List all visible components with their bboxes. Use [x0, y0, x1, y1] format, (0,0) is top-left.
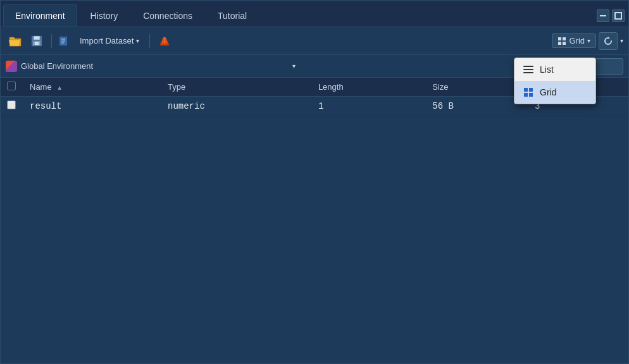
refresh-button[interactable] — [599, 32, 618, 50]
svg-rect-3 — [34, 36, 40, 40]
minimize-button[interactable] — [597, 9, 609, 22]
filter-input[interactable] — [592, 58, 623, 75]
dropdown-list-label: List — [540, 64, 554, 75]
row-checkbox-cell[interactable] — [1, 97, 23, 116]
svg-rect-13 — [563, 37, 566, 40]
clear-button[interactable] — [155, 32, 174, 50]
dropdown-grid-label: Grid — [540, 87, 556, 97]
toolbar: Import Dataset ▾ Grid ▾ — [1, 27, 628, 55]
separator-1 — [51, 34, 52, 48]
view-dropdown-menu: List Grid — [514, 58, 596, 104]
svg-rect-23 — [524, 93, 528, 97]
svg-rect-1 — [615, 13, 621, 19]
col-header-size[interactable]: Size — [426, 78, 528, 97]
col-header-checkbox[interactable] — [1, 78, 23, 97]
col-header-name[interactable]: Name ▲ — [23, 78, 161, 97]
col-header-type[interactable]: Type — [161, 78, 312, 97]
sort-icon: ▲ — [56, 84, 63, 91]
grid-chevron-icon: ▾ — [587, 37, 590, 44]
svg-rect-5 — [35, 42, 39, 45]
tab-tutorial[interactable]: Tutorial — [206, 4, 259, 27]
svg-rect-14 — [558, 42, 561, 45]
window-controls — [597, 4, 628, 27]
svg-rect-24 — [529, 93, 533, 97]
list-icon — [522, 63, 535, 76]
env-chevron-icon: ▾ — [292, 63, 296, 70]
separator-2 — [149, 34, 150, 48]
dropdown-list-item[interactable]: List — [514, 58, 595, 81]
grid-icon — [522, 86, 535, 99]
environment-icon — [6, 61, 17, 72]
row-name: result — [23, 97, 161, 116]
row-checkbox[interactable] — [7, 100, 16, 109]
grid-view-button[interactable]: Grid ▾ — [552, 33, 596, 48]
import-icon-btn[interactable] — [57, 32, 72, 50]
select-all-checkbox[interactable] — [7, 82, 16, 90]
row-size: 56 B — [426, 97, 528, 116]
svg-rect-15 — [563, 42, 566, 45]
dropdown-grid-item[interactable]: Grid — [514, 81, 595, 104]
data-table-container: Name ▲ Type Length Size Value — [1, 78, 628, 363]
row-length: 1 — [312, 97, 426, 116]
svg-rect-0 — [600, 15, 606, 16]
svg-rect-21 — [524, 88, 528, 92]
import-chevron-icon: ▾ — [136, 37, 139, 44]
open-button[interactable] — [6, 32, 25, 50]
refresh-chevron-icon: ▾ — [620, 37, 623, 44]
import-dataset-button[interactable]: Import Dataset ▾ — [75, 34, 144, 47]
maximize-button[interactable] — [612, 9, 625, 22]
svg-rect-10 — [160, 44, 169, 46]
svg-rect-12 — [558, 37, 561, 40]
row-type: numeric — [161, 97, 312, 116]
tab-bar: Environment History Connections Tutorial — [1, 1, 628, 27]
save-button[interactable] — [27, 32, 46, 50]
tab-environment[interactable]: Environment — [3, 4, 77, 27]
toolbar-right: Grid ▾ ▾ — [552, 32, 623, 50]
tab-connections[interactable]: Connections — [131, 4, 204, 27]
rstudio-panel: Environment History Connections Tutorial — [0, 0, 629, 364]
svg-rect-22 — [529, 88, 533, 92]
environment-label: Global Environment — [21, 61, 289, 71]
col-header-length[interactable]: Length — [312, 78, 426, 97]
tab-history[interactable]: History — [78, 4, 130, 27]
